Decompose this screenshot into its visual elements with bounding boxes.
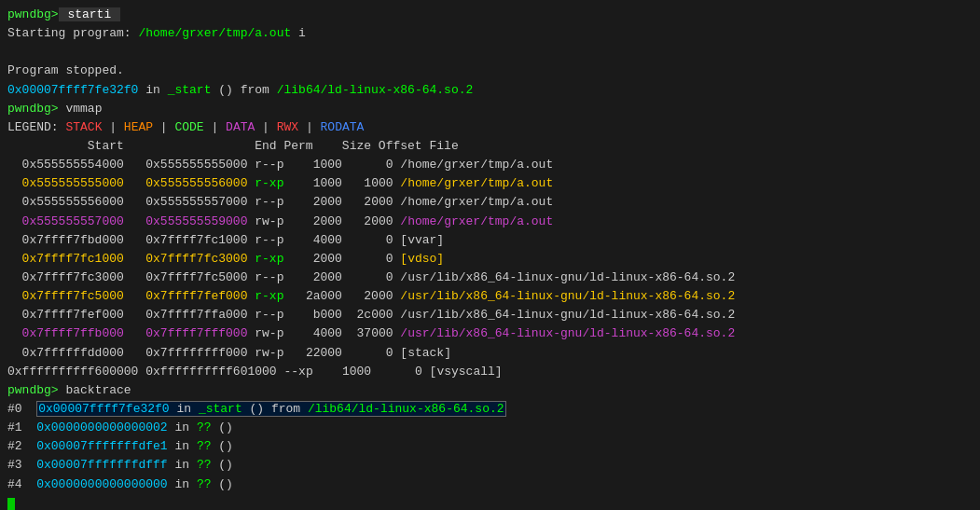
- legend-code: CODE: [174, 120, 203, 134]
- map-row-8: 0x7ffff7fc5000 0x7ffff7fef000 r-xp 2a000…: [7, 287, 973, 306]
- end-3: 0x555555557000: [145, 195, 247, 209]
- perm-10: rw-p: [255, 326, 283, 340]
- sep1: |: [102, 120, 123, 134]
- start-4: 0x555555557000: [7, 214, 124, 228]
- bt-func-2: ??: [197, 439, 212, 453]
- perm-5: r--p: [255, 233, 283, 247]
- perm-1: r--p: [255, 158, 283, 172]
- cmd-vmmap: vmmap: [65, 102, 102, 116]
- perm-6: r-xp: [255, 252, 283, 266]
- bt-row-1: #1 0x0000000000000002 in ?? (): [7, 419, 973, 437]
- start-11: 0x7ffffffdd000: [7, 346, 124, 360]
- off-11: 0: [386, 346, 393, 360]
- line-starting: Starting program: /home/grxer/tmp/a.out …: [7, 24, 973, 43]
- perm-8: r-xp: [255, 289, 283, 303]
- bt-num-3: #3: [7, 458, 36, 472]
- perm-12: --xp: [284, 365, 313, 379]
- map-row-6: 0x7ffff7fc1000 0x7ffff7fc3000 r-xp 2000 …: [7, 250, 973, 269]
- bt-row-4: #4 0x0000000000000000 in ?? (): [7, 476, 973, 494]
- file-10: /usr/lib/x86_64-linux-gnu/ld-linux-x86-6…: [400, 326, 735, 340]
- map-row-9: 0x7ffff7fef000 0x7ffff7ffa000 r--p b000 …: [7, 306, 973, 324]
- off-1: 0: [386, 158, 393, 172]
- end-12: 0xffffffffff601000: [145, 365, 276, 379]
- path-1: /lib64/ld-linux-x86-64.so.2: [277, 83, 474, 97]
- cursor-line: [7, 494, 973, 510]
- file-12: [vsyscall]: [430, 365, 503, 379]
- size-12: 1000: [342, 365, 371, 379]
- line-bt: pwndbg> backtrace: [7, 381, 973, 400]
- map-row-12: 0xffffffffff600000 0xffffffffff601000 --…: [7, 363, 973, 381]
- map-row-7: 0x7ffff7fc3000 0x7ffff7fc5000 r--p 2000 …: [7, 269, 973, 287]
- func-start: _start: [168, 83, 212, 97]
- map-row-4: 0x555555557000 0x555555559000 rw-p 2000 …: [7, 213, 973, 231]
- end-11: 0x7ffffffff000: [145, 346, 247, 360]
- bt-highlight-0: 0x00007ffff7fe32f0 in _start () from /li…: [36, 401, 505, 417]
- bt-addr-0: 0x00007ffff7fe32f0: [38, 402, 169, 416]
- end-9: 0x7ffff7ffa000: [145, 308, 247, 322]
- off-2: 1000: [364, 176, 393, 190]
- file-1: /home/grxer/tmp/a.out: [400, 158, 553, 172]
- line-header: Start End Perm Size Offset File: [7, 137, 973, 156]
- program-args: i: [291, 26, 306, 40]
- paren-1: () from: [211, 83, 276, 97]
- bt-func-4: ??: [197, 477, 212, 491]
- map-row-2: 0x555555555000 0x555555556000 r-xp 1000 …: [7, 174, 973, 193]
- off-12: 0: [415, 365, 422, 379]
- perm-11: rw-p: [255, 346, 283, 360]
- size-8: 2a000: [306, 289, 342, 303]
- size-2: 1000: [313, 176, 342, 190]
- start-10: 0x7ffff7ffb000: [7, 326, 124, 340]
- size-11: 22000: [306, 346, 342, 360]
- perm-2: r-xp: [255, 176, 283, 190]
- terminal-cursor: [7, 498, 15, 510]
- starting-text: Starting program:: [7, 26, 138, 40]
- bt-row-3: #3 0x00007fffffffdfff in ?? (): [7, 456, 973, 475]
- bt-rest-0: () from: [242, 402, 308, 416]
- off-5: 0: [386, 233, 393, 247]
- cmd-bt: backtrace: [65, 383, 131, 397]
- start-2: 0x555555555000: [7, 176, 124, 190]
- end-6: 0x7ffff7fc3000: [145, 252, 247, 266]
- bt-in-2: in: [168, 439, 197, 453]
- bt-addr-4: 0x0000000000000000: [36, 477, 167, 491]
- size-5: 4000: [313, 233, 342, 247]
- bt-func-1: ??: [197, 420, 212, 434]
- file-11: [stack]: [400, 346, 451, 360]
- file-9: /usr/lib/x86_64-linux-gnu/ld-linux-x86-6…: [400, 308, 735, 322]
- start-6: 0x7ffff7fc1000: [7, 252, 124, 266]
- start-9: 0x7ffff7fef000: [7, 308, 124, 322]
- size-10: 4000: [313, 326, 342, 340]
- bt-in-4: in: [168, 477, 197, 491]
- file-4: /home/grxer/tmp/a.out: [400, 214, 553, 228]
- bt-addr-3: 0x00007fffffffdfff: [36, 458, 167, 472]
- bt-row-0: #0 0x00007ffff7fe32f0 in _start () from …: [7, 400, 973, 419]
- line-legend: LEGEND: STACK | HEAP | CODE | DATA | RWX…: [7, 118, 973, 137]
- bt-path-0: /lib64/ld-linux-x86-64.so.2: [308, 402, 504, 416]
- legend-stack: STACK: [65, 120, 102, 134]
- end-2: 0x555555556000: [145, 176, 247, 190]
- off-7: 0: [386, 270, 393, 284]
- addr-1: 0x00007ffff7fe32f0: [7, 83, 138, 97]
- line-vmmap: pwndbg> vmmap: [7, 100, 973, 118]
- line-blank1: [7, 43, 973, 62]
- end-1: 0x555555555000: [145, 158, 247, 172]
- end-8: 0x7ffff7fef000: [145, 289, 247, 303]
- perm-7: r--p: [255, 270, 283, 284]
- start-5: 0x7ffff7fbd000: [7, 233, 124, 247]
- line-addr-start: 0x00007ffff7fe32f0 in _start () from /li…: [7, 81, 973, 100]
- file-2: /home/grxer/tmp/a.out: [400, 176, 553, 190]
- bt-row-2: #2 0x00007fffffffdfe1 in ?? (): [7, 437, 973, 456]
- sep3: |: [204, 120, 226, 134]
- off-9: 2c000: [357, 308, 393, 322]
- size-4: 2000: [313, 214, 342, 228]
- off-6: 0: [386, 252, 393, 266]
- bt-rest-1: (): [211, 420, 232, 434]
- program-path: /home/grxer/tmp/a.out: [138, 26, 291, 40]
- file-7: /usr/lib/x86_64-linux-gnu/ld-linux-x86-6…: [400, 270, 735, 284]
- terminal: pwndbg> starti Starting program: /home/g…: [0, 0, 980, 510]
- file-6: [vdso]: [400, 252, 444, 266]
- bt-in-0: in: [170, 402, 199, 416]
- bt-num-0: #0: [7, 402, 36, 416]
- line-starti: pwndbg> starti: [7, 6, 973, 24]
- bt-rest-4: (): [211, 477, 232, 491]
